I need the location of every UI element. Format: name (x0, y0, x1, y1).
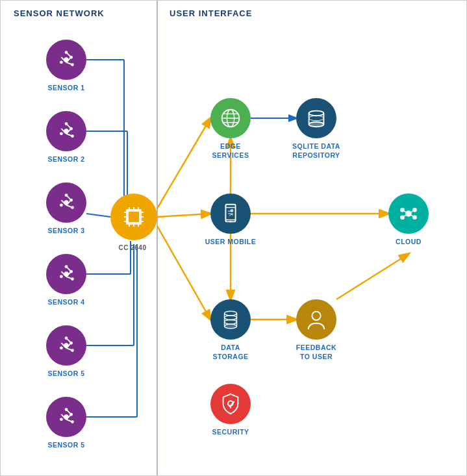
svg-point-71 (60, 418, 63, 421)
sqlite-circle (296, 98, 336, 138)
svg-point-61 (69, 342, 73, 345)
sensor-1-label: SENSOR 1 (46, 84, 86, 93)
sqlite-icon (304, 106, 329, 131)
svg-point-98 (309, 116, 324, 121)
svg-point-26 (60, 60, 63, 64)
svg-point-53 (60, 275, 63, 278)
sensor-5b-label: SENSOR 5 (46, 441, 86, 450)
svg-line-4 (86, 214, 110, 217)
sqlite-label: SQLITE DATAREPOSITORY (285, 142, 347, 160)
svg-point-70 (69, 413, 73, 416)
svg-point-108 (412, 208, 417, 212)
feedback-circle (296, 299, 336, 340)
svg-line-28 (66, 62, 73, 65)
sensor-5b-icon (54, 405, 79, 429)
svg-point-128 (312, 312, 320, 320)
storage-label: DATASTORAGE (201, 344, 260, 361)
svg-point-127 (225, 324, 237, 329)
sensor-4-circle (46, 254, 86, 294)
svg-point-93 (309, 111, 324, 116)
cloud-label: CLOUD (384, 238, 433, 247)
sensor-5a-icon (54, 333, 79, 358)
hub-circle (110, 194, 157, 240)
edge-icon (218, 106, 243, 131)
svg-point-35 (60, 132, 63, 135)
svg-line-11 (157, 118, 210, 208)
sensor-1-circle (46, 40, 86, 80)
diagram-container: SENSOR NETWORK USER INTERFACE (0, 0, 467, 476)
svg-point-24 (65, 51, 68, 54)
sensor-5b-circle (46, 397, 86, 437)
svg-line-19 (336, 254, 409, 299)
security-icon (218, 392, 243, 416)
svg-point-25 (69, 56, 73, 59)
svg-point-106 (405, 210, 412, 217)
sensor-4-icon (54, 262, 79, 286)
mobile-label: USER MOBILE (201, 238, 260, 247)
hub-icon (120, 203, 148, 231)
edge-services-label: EDGESERVICES (201, 142, 260, 160)
sensor-4-label: SENSOR 4 (46, 298, 86, 307)
svg-point-62 (60, 346, 63, 349)
hub-label: CC 2640 (103, 244, 162, 252)
svg-point-60 (65, 336, 68, 340)
svg-point-43 (69, 199, 73, 202)
sensor-5a-label: SENSOR 5 (46, 370, 86, 379)
edge-services-circle (210, 98, 251, 138)
svg-point-123 (225, 319, 237, 324)
svg-point-97 (309, 122, 324, 127)
feedback-label: FEEDBACKTO USER (285, 344, 347, 361)
cloud-icon (396, 201, 421, 226)
sensor-2-icon (54, 119, 79, 144)
sensor-network-header: SENSOR NETWORK (14, 8, 105, 18)
storage-icon (218, 307, 243, 332)
svg-point-51 (65, 265, 68, 268)
feedback-icon (304, 307, 329, 332)
svg-line-64 (66, 348, 73, 351)
svg-point-105 (231, 209, 234, 212)
svg-point-119 (225, 316, 237, 320)
svg-point-52 (69, 270, 73, 273)
sensor-3-icon (54, 190, 79, 215)
sensor-1-icon (54, 47, 79, 72)
sensor-2-circle (46, 111, 86, 151)
svg-point-69 (65, 408, 68, 411)
mobile-circle (210, 194, 251, 234)
svg-point-102 (230, 221, 232, 223)
svg-rect-99 (225, 205, 235, 222)
sensor-3-label: SENSOR 3 (46, 227, 86, 236)
svg-point-110 (412, 215, 417, 219)
cloud-circle (388, 194, 429, 234)
svg-point-34 (69, 127, 73, 131)
sensor-2-label: SENSOR 2 (46, 155, 86, 164)
svg-rect-75 (129, 212, 139, 222)
section-divider (157, 1, 158, 475)
svg-line-111 (404, 211, 407, 212)
svg-line-73 (66, 420, 73, 422)
svg-line-113 (404, 215, 407, 216)
svg-point-107 (400, 208, 405, 212)
user-interface-header: USER INTERFACE (170, 8, 252, 18)
svg-point-42 (65, 194, 68, 197)
security-label: SECURITY (201, 428, 260, 437)
sensor-5a-circle (46, 325, 86, 366)
mobile-icon (218, 201, 243, 226)
svg-line-112 (410, 211, 413, 212)
svg-point-109 (400, 215, 405, 219)
svg-point-33 (65, 122, 68, 125)
svg-point-115 (225, 311, 237, 316)
security-circle (210, 384, 251, 424)
svg-line-114 (410, 215, 413, 216)
sensor-3-circle (46, 182, 86, 223)
svg-point-44 (60, 203, 63, 207)
svg-line-12 (157, 214, 210, 217)
storage-circle (210, 299, 251, 340)
